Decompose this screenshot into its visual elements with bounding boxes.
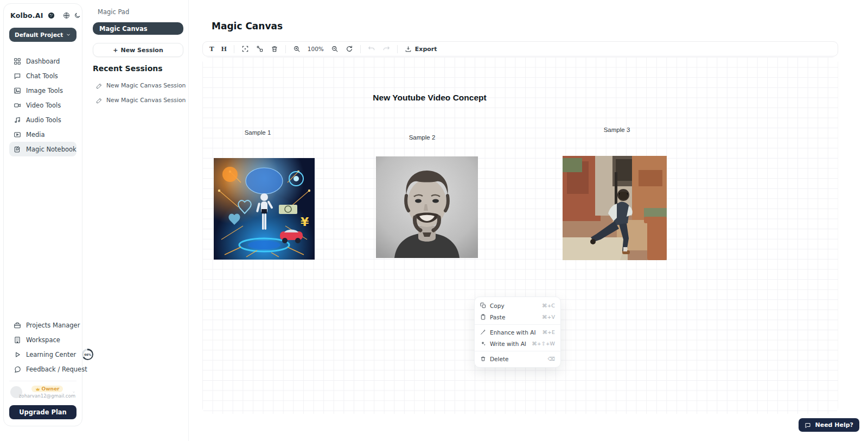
canvas-heading-text[interactable]: New Youtube Video Concept: [373, 93, 486, 103]
language-globe-icon[interactable]: [63, 12, 70, 19]
sidebar-item-learning-center[interactable]: Learning Center 66%: [9, 347, 76, 362]
context-menu-shortcut: ⌘+C: [542, 303, 555, 308]
plus-icon: +: [113, 47, 118, 54]
brand-logo: Kolbo.AI: [10, 11, 43, 20]
session-item[interactable]: New Magic Canvas Session: [96, 97, 186, 104]
learning-progress-value: 66%: [84, 350, 92, 359]
sidebar-item-label: Media: [26, 131, 45, 138]
upgrade-plan-button[interactable]: Upgrade Plan: [9, 405, 76, 419]
sample-2-image[interactable]: [376, 156, 478, 258]
connector-tool-button[interactable]: [256, 45, 264, 53]
chat-icon: [14, 72, 21, 80]
project-selector-label: Default Project: [15, 32, 63, 38]
need-help-label: Need Help?: [815, 421, 853, 429]
owner-badge: Owner: [31, 386, 63, 392]
sidebar-item-dashboard[interactable]: Dashboard: [9, 54, 76, 68]
context-menu-paste[interactable]: Paste ⌘+V: [475, 311, 560, 323]
magic-canvas-surface[interactable]: New Youtube Video Concept Sample 1 Sampl…: [202, 57, 838, 414]
toolbar-separator: [234, 45, 234, 53]
heading-tool-button[interactable]: H: [221, 45, 227, 53]
tab-magic-pad[interactable]: Magic Pad: [98, 8, 129, 16]
pencil-icon: [96, 83, 103, 89]
sidebar-nav: Dashboard Chat Tools Image Tools Video T…: [9, 54, 76, 156]
context-menu-label: Write with AI: [490, 341, 526, 347]
context-menu-shortcut: ⌫: [548, 356, 555, 362]
sample-3-image[interactable]: [563, 156, 667, 260]
sidebar-item-label: Feedback / Request: [26, 366, 87, 373]
zoom-in-button[interactable]: [293, 45, 301, 53]
media-icon: [14, 131, 21, 138]
briefcase-icon: [14, 322, 21, 329]
copy-icon: [480, 303, 486, 308]
sidebar-item-audio-tools[interactable]: Audio Tools: [9, 112, 76, 127]
sidebar-item-feedback[interactable]: Feedback / Request: [9, 362, 76, 376]
context-menu-enhance-with-ai[interactable]: Enhance with AI ⌘+E: [475, 326, 560, 338]
dark-mode-moon-icon[interactable]: [74, 12, 81, 19]
context-menu-delete[interactable]: Delete ⌫: [475, 353, 560, 364]
context-menu-copy[interactable]: Copy ⌘+C: [475, 300, 560, 311]
context-menu-divider: [475, 324, 560, 325]
sidebar-item-label: Dashboard: [26, 58, 60, 65]
toolbar-separator: [397, 45, 398, 53]
magic-wand-icon: [480, 329, 486, 335]
video-camera-icon: [14, 102, 21, 109]
context-menu-label: Enhance with AI: [490, 329, 536, 336]
sidebar-item-label: Workspace: [26, 336, 60, 344]
context-menu-write-with-ai[interactable]: Write with AI ⌘+⇧+W: [475, 338, 560, 349]
panel-divider: [188, 0, 189, 441]
sample-1-image[interactable]: ¥: [214, 158, 315, 260]
zoom-out-button[interactable]: [331, 45, 339, 53]
dashboard-icon: [14, 58, 21, 65]
sidebar-item-label: Audio Tools: [26, 116, 61, 124]
sample-1-label[interactable]: Sample 1: [245, 129, 271, 136]
reset-view-button[interactable]: [346, 45, 353, 53]
session-item-label: New Magic Canvas Session: [106, 97, 186, 104]
text-tool-button[interactable]: T: [209, 45, 214, 53]
page-title: Magic Canvas: [212, 21, 283, 32]
chat-bubble-icon: [805, 422, 811, 429]
sidebar-item-label: Video Tools: [26, 102, 61, 109]
feedback-bubble-icon: [14, 366, 21, 373]
download-icon: [405, 46, 412, 53]
crown-icon: [35, 387, 40, 392]
sidebar-item-media[interactable]: Media: [9, 127, 76, 142]
sidebar-item-image-tools[interactable]: Image Tools: [9, 83, 76, 98]
context-menu-label: Delete: [490, 356, 509, 362]
export-button[interactable]: Export: [405, 46, 437, 53]
chevron-down-icon: [66, 32, 71, 37]
user-email: zoharvan12@gmail.com: [19, 393, 75, 399]
sidebar-item-magic-notebook[interactable]: Magic Notebook: [9, 142, 76, 156]
zoom-level-value[interactable]: 100%: [308, 46, 324, 52]
sidebar-item-projects-manager[interactable]: Projects Manager: [9, 318, 76, 332]
music-note-icon: [14, 116, 21, 124]
session-item[interactable]: New Magic Canvas Session: [96, 82, 186, 89]
recent-sessions-title: Recent Sessions: [93, 64, 163, 73]
export-label: Export: [415, 46, 437, 53]
sample-2-label[interactable]: Sample 2: [409, 134, 436, 141]
sample-3-label[interactable]: Sample 3: [604, 127, 630, 133]
tab-magic-canvas[interactable]: Magic Canvas: [93, 22, 183, 35]
user-account[interactable]: Owner zoharvan12@gmail.com: [9, 381, 76, 402]
redo-button[interactable]: [382, 45, 390, 53]
user-role: Owner: [42, 386, 60, 392]
project-selector[interactable]: Default Project: [9, 28, 76, 42]
new-session-button[interactable]: + New Session: [93, 43, 183, 57]
trash-icon: [480, 356, 486, 362]
context-menu-label: Paste: [490, 314, 505, 320]
sidebar-item-workspace[interactable]: Workspace: [9, 332, 76, 347]
chevron-down-icon: [72, 390, 75, 394]
play-icon: [14, 351, 21, 358]
undo-button[interactable]: [368, 45, 375, 53]
sidebar-item-chat-tools[interactable]: Chat Tools: [9, 68, 76, 83]
sidebar-item-video-tools[interactable]: Video Tools: [9, 98, 76, 112]
ai-select-tool-button[interactable]: [241, 45, 249, 53]
sidebar-item-label: Image Tools: [26, 87, 63, 94]
need-help-button[interactable]: Need Help?: [799, 418, 859, 432]
context-menu: Copy ⌘+C Paste ⌘+V Enhance with AI ⌘+E W…: [474, 297, 561, 368]
pencil-icon: [96, 97, 103, 104]
sidebar-item-label: Learning Center: [26, 351, 76, 358]
delete-tool-button[interactable]: [271, 45, 278, 53]
building-icon: [14, 336, 21, 344]
context-menu-shortcut: ⌘+V: [542, 314, 555, 320]
sidebar-item-label: Projects Manager: [26, 322, 80, 329]
